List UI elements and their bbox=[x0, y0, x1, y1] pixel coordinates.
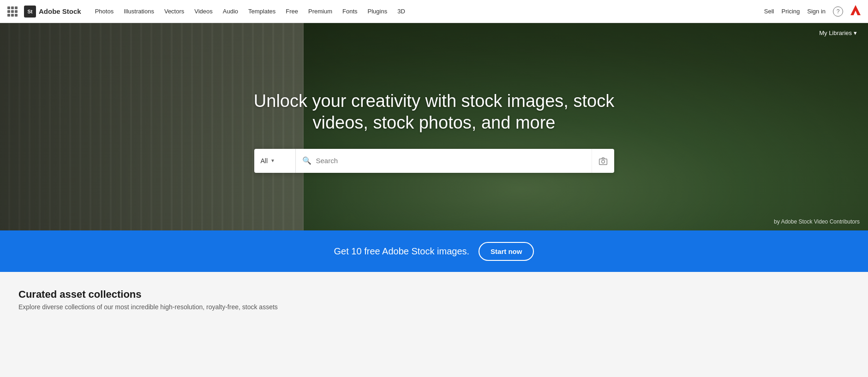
nav-link-free[interactable]: Free bbox=[281, 5, 303, 18]
nav-link-audio[interactable]: Audio bbox=[218, 5, 243, 18]
nav-link-videos[interactable]: Videos bbox=[190, 5, 217, 18]
search-category-dropdown[interactable]: All ▼ bbox=[254, 149, 296, 173]
start-now-button[interactable]: Start now bbox=[479, 242, 534, 261]
navbar-right: Sell Pricing Sign in ? bbox=[764, 5, 861, 18]
hero-content: Unlock your creativity with stock images… bbox=[0, 23, 868, 230]
apps-grid-icon[interactable] bbox=[7, 6, 18, 17]
logo[interactable]: St Adobe Stock bbox=[24, 6, 81, 18]
navbar: St Adobe Stock Photos Illustrations Vect… bbox=[0, 0, 868, 23]
logo-text: Adobe Stock bbox=[39, 7, 81, 15]
nav-link-templates[interactable]: Templates bbox=[244, 5, 280, 18]
navbar-left: St Adobe Stock bbox=[7, 6, 90, 18]
promo-text: Get 10 free Adobe Stock images. bbox=[334, 246, 470, 257]
visual-search-icon[interactable] bbox=[592, 149, 614, 173]
logo-badge: St bbox=[24, 6, 36, 18]
nav-link-plugins[interactable]: Plugins bbox=[363, 5, 392, 18]
hero-title: Unlock your creativity with stock images… bbox=[245, 90, 623, 134]
help-icon[interactable]: ? bbox=[833, 6, 843, 17]
nav-links: Photos Illustrations Vectors Videos Audi… bbox=[90, 5, 764, 18]
collections-title: Curated asset collections bbox=[18, 289, 850, 300]
pricing-link[interactable]: Pricing bbox=[782, 8, 800, 15]
hero-section: My Libraries ▾ Unlock your creativity wi… bbox=[0, 23, 868, 230]
search-icon: 🔍 bbox=[302, 156, 311, 165]
chevron-down-icon: ▼ bbox=[270, 158, 275, 163]
collections-subtitle: Explore diverse collections of our most … bbox=[18, 303, 850, 311]
nav-link-illustrations[interactable]: Illustrations bbox=[119, 5, 159, 18]
contributor-credit: by Adobe Stock Video Contributors bbox=[774, 218, 860, 225]
promo-banner: Get 10 free Adobe Stock images. Start no… bbox=[0, 230, 868, 272]
search-dropdown-label: All bbox=[261, 157, 268, 165]
nav-link-photos[interactable]: Photos bbox=[90, 5, 118, 18]
svg-point-3 bbox=[601, 160, 605, 163]
my-libraries-button[interactable]: My Libraries ▾ bbox=[819, 29, 857, 36]
my-libraries-arrow: ▾ bbox=[854, 29, 857, 36]
my-libraries-label: My Libraries bbox=[819, 29, 852, 36]
search-input-wrap: 🔍 bbox=[296, 156, 592, 165]
signin-link[interactable]: Sign in bbox=[807, 8, 826, 15]
nav-link-fonts[interactable]: Fonts bbox=[338, 5, 362, 18]
adobe-logo-icon[interactable] bbox=[850, 5, 861, 18]
collections-section: Curated asset collections Explore divers… bbox=[0, 272, 868, 320]
search-bar: All ▼ 🔍 bbox=[254, 149, 614, 173]
sell-link[interactable]: Sell bbox=[764, 8, 774, 15]
nav-link-3d[interactable]: 3D bbox=[393, 5, 410, 18]
nav-link-premium[interactable]: Premium bbox=[304, 5, 337, 18]
search-input[interactable] bbox=[316, 157, 585, 165]
nav-link-vectors[interactable]: Vectors bbox=[160, 5, 189, 18]
